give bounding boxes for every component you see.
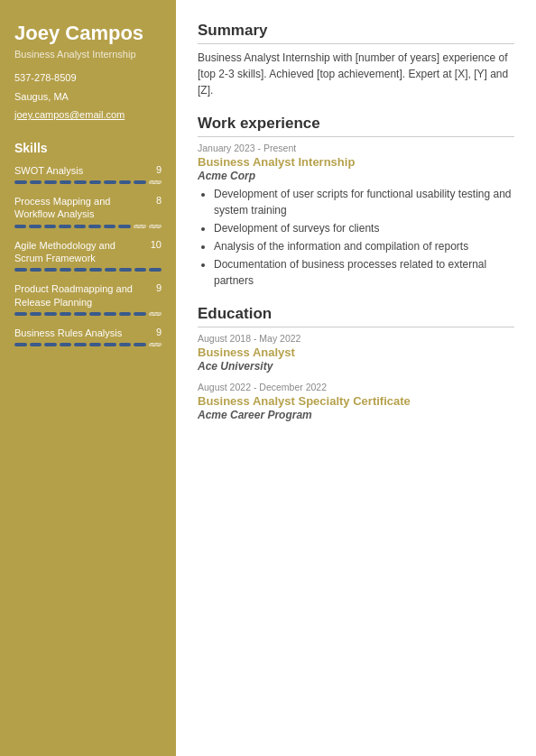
skill-dot-filled xyxy=(118,225,130,228)
skill-dot-filled xyxy=(88,225,100,228)
skill-dot-filled xyxy=(89,268,102,272)
work-entries: January 2023 - PresentBusiness Analyst I… xyxy=(198,143,514,289)
work-bullet: Analysis of the information and compilat… xyxy=(214,238,514,254)
skill-header: Agile Methodology and Scrum Framework10 xyxy=(14,239,162,265)
sidebar: Joey Campos Business Analyst Internship … xyxy=(0,0,176,756)
skill-item: Business Rules Analysis9 xyxy=(14,327,162,346)
edu-entry-title: Business Analyst Specialty Certificate xyxy=(198,394,514,408)
skill-dot-filled xyxy=(14,180,27,184)
skills-heading: Skills xyxy=(14,141,162,155)
skill-dot-filled xyxy=(60,343,72,346)
skill-dot-filled xyxy=(134,312,146,316)
skill-bar xyxy=(14,180,162,184)
skill-dot-filled xyxy=(89,312,102,316)
skill-dot-filled xyxy=(74,268,87,272)
skill-dot-filled xyxy=(60,312,72,316)
skill-dot-filled xyxy=(134,180,146,184)
skill-dot-filled xyxy=(59,225,70,228)
skill-dot-filled xyxy=(104,312,116,316)
main-content: Summary Business Analyst Internship with… xyxy=(176,0,536,756)
skill-dot-filled xyxy=(30,268,42,272)
skill-dot-filled xyxy=(29,225,41,228)
phone: 537-278-8509 xyxy=(14,70,162,86)
skill-name: Agile Methodology and Scrum Framework xyxy=(14,239,143,265)
skills-list: SWOT Analysis9Process Mapping and Workfl… xyxy=(14,164,162,346)
work-bullet: Development of user scripts for function… xyxy=(214,186,514,218)
education-entries: August 2018 - May 2022Business AnalystAc… xyxy=(198,333,514,421)
skill-header: Process Mapping and Workflow Analysis8 xyxy=(14,195,162,221)
skill-header: Business Rules Analysis9 xyxy=(14,327,162,339)
skill-dot-filled xyxy=(119,180,132,184)
work-date: January 2023 - Present xyxy=(198,143,514,153)
skill-dot-filled xyxy=(30,180,42,184)
skill-dot-filled xyxy=(89,180,102,184)
skill-item: Agile Methodology and Scrum Framework10 xyxy=(14,239,162,272)
skill-dot-empty xyxy=(149,225,162,228)
resume-container: Joey Campos Business Analyst Internship … xyxy=(0,0,536,756)
skill-dot-filled xyxy=(44,268,57,272)
skill-dot-filled xyxy=(74,225,86,228)
education-title: Education xyxy=(198,305,514,327)
skill-name: Business Rules Analysis xyxy=(14,327,149,339)
skill-dot-filled xyxy=(149,268,162,272)
education-entry: August 2022 - December 2022Business Anal… xyxy=(198,382,514,421)
edu-org: Acme Career Program xyxy=(198,409,514,421)
work-org: Acme Corp xyxy=(198,170,514,182)
skill-dot-filled xyxy=(14,268,27,272)
work-bullet: Development of surveys for clients xyxy=(214,220,514,236)
skill-dot-filled xyxy=(74,180,87,184)
skill-dot-filled xyxy=(60,268,72,272)
candidate-name: Joey Campos xyxy=(14,22,162,45)
education-section: Education August 2018 - May 2022Business… xyxy=(198,305,514,421)
skill-dot-filled xyxy=(104,225,116,228)
candidate-title: Business Analyst Internship xyxy=(14,49,162,60)
skill-dot-empty xyxy=(149,180,162,184)
work-section: Work experience January 2023 - PresentBu… xyxy=(198,115,514,289)
skill-bar xyxy=(14,312,162,316)
work-entry-title: Business Analyst Internship xyxy=(198,155,514,169)
skill-name: SWOT Analysis xyxy=(14,164,149,177)
skill-header: Product Roadmapping and Release Planning… xyxy=(14,282,162,309)
skill-dot-filled xyxy=(74,343,87,346)
edu-entry-title: Business Analyst xyxy=(198,346,514,359)
skill-dot-filled xyxy=(119,343,132,346)
skill-score: 9 xyxy=(156,164,162,175)
skill-dot-filled xyxy=(104,343,116,346)
skill-item: Product Roadmapping and Release Planning… xyxy=(14,282,162,316)
skill-dot-filled xyxy=(30,343,42,346)
skill-dot-filled xyxy=(119,312,132,316)
edu-date: August 2018 - May 2022 xyxy=(198,333,514,344)
skill-dot-empty xyxy=(149,312,162,316)
skill-score: 9 xyxy=(156,327,162,337)
skill-dot-filled xyxy=(104,180,116,184)
skill-dot-filled xyxy=(14,312,27,316)
skill-item: Process Mapping and Workflow Analysis8 xyxy=(14,195,162,228)
summary-title: Summary xyxy=(198,22,514,44)
skill-dot-filled xyxy=(44,343,57,346)
skill-dot-filled xyxy=(14,225,26,228)
summary-section: Summary Business Analyst Internship with… xyxy=(198,22,514,98)
work-bullet: Documentation of business processes rela… xyxy=(214,256,514,289)
email-link[interactable]: joey.campos@email.com xyxy=(14,109,125,120)
location: Saugus, MA xyxy=(14,89,162,105)
skill-dot-filled xyxy=(105,268,117,272)
skill-score: 8 xyxy=(156,195,162,206)
skill-dot-filled xyxy=(44,225,56,228)
skill-dot-filled xyxy=(44,180,57,184)
skill-bar xyxy=(14,268,162,272)
skill-dot-empty xyxy=(134,225,146,228)
work-bullets: Development of user scripts for function… xyxy=(198,186,514,289)
skill-score: 10 xyxy=(151,239,162,250)
education-entry: August 2018 - May 2022Business AnalystAc… xyxy=(198,333,514,373)
work-entry: January 2023 - PresentBusiness Analyst I… xyxy=(198,143,514,289)
skill-dot-filled xyxy=(89,343,102,346)
skill-dot-filled xyxy=(30,312,42,316)
skill-dot-filled xyxy=(74,312,87,316)
skill-dot-filled xyxy=(44,312,57,316)
edu-date: August 2022 - December 2022 xyxy=(198,382,514,392)
skill-bar xyxy=(14,343,162,346)
skill-bar xyxy=(14,225,162,228)
skill-dot-filled xyxy=(134,268,147,272)
skill-dot-filled xyxy=(14,343,27,346)
skill-name: Process Mapping and Workflow Analysis xyxy=(14,195,149,221)
